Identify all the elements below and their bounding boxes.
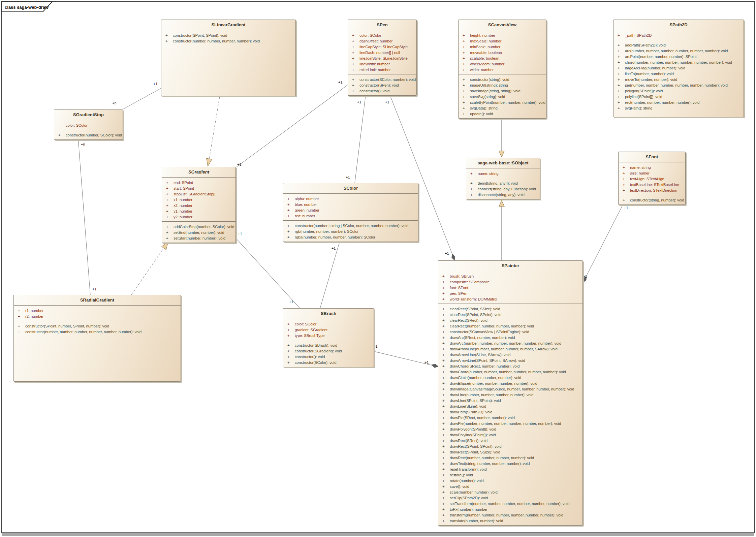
connector-gradient-pen-line[interactable] xyxy=(236,85,348,167)
method-row[interactable]: +setStart(number, number): void xyxy=(162,235,235,241)
attribute-row[interactable]: +color: SColor xyxy=(283,321,373,327)
method-row[interactable]: +drawRect(number, number, number, number… xyxy=(438,455,582,461)
method-row[interactable]: +connect(string, any, Function): void xyxy=(466,186,539,192)
method-row[interactable]: +pie(number, number, number, number, num… xyxy=(613,83,743,88)
attribute-row[interactable]: +minScale: number xyxy=(459,44,545,50)
method-row[interactable]: +drawEllipse(number, number, number, num… xyxy=(438,381,582,386)
connector-radialgradient-gradient-generalization-line[interactable] xyxy=(131,248,164,295)
attribute-row[interactable]: +maxScale: number xyxy=(459,38,545,44)
method-row[interactable]: +saveSvg(string): void xyxy=(459,94,545,100)
connector-color-brush-line[interactable] xyxy=(320,242,340,308)
method-row[interactable]: +constructor(string, number): void xyxy=(619,197,685,203)
attribute-row[interactable]: +size: numer xyxy=(619,170,685,176)
attribute-row[interactable]: +r1: number xyxy=(14,308,180,314)
method-row[interactable]: +drawLine(SLine): void xyxy=(438,404,582,409)
method-row[interactable]: +largeArcFlag(number, number): void xyxy=(613,65,743,71)
attribute-row[interactable]: +pen: SPen xyxy=(438,291,582,296)
connector-gradientstop-radialgradient-line[interactable] xyxy=(78,138,90,295)
method-row[interactable]: +constructor(SCanvasView | SPaintEngine)… xyxy=(438,329,582,335)
method-row[interactable]: +drawPie(number, number, number, number,… xyxy=(438,421,582,427)
attribute-row[interactable]: +end: SPoint xyxy=(162,180,235,186)
method-row[interactable]: +drawImage(CanvasImageSource, number, nu… xyxy=(438,386,582,392)
method-row[interactable]: +constructor(): void xyxy=(348,88,416,94)
attribute-row[interactable]: +start: SPoint xyxy=(162,186,235,191)
attribute-row[interactable]: -color: SColor xyxy=(54,123,122,128)
method-row[interactable]: +addColorStop(number, SColor): void xyxy=(162,224,235,230)
method-row[interactable]: +scaleByPoint(number, number, number): v… xyxy=(459,100,545,105)
method-row[interactable]: +lineTo(number, number): void xyxy=(613,71,743,77)
attribute-row[interactable]: +name: string xyxy=(619,165,685,170)
method-row[interactable]: +svgData(): string xyxy=(459,105,545,111)
method-row[interactable]: +drawRect(SPoint, SSize): void xyxy=(438,449,582,455)
method-row[interactable]: +drawPath(SPath2D): void xyxy=(438,409,582,415)
attribute-row[interactable]: +wheelZoom: number xyxy=(459,61,545,67)
method-row[interactable]: +drawArrowLine(number, number, number, n… xyxy=(438,346,582,352)
attribute-row[interactable]: +lineDash: number[] | null xyxy=(348,50,416,56)
method-row[interactable]: +drawLine(SPoint, SPoint): void xyxy=(438,398,582,404)
method-row[interactable]: +constructor(SColor, number): void xyxy=(348,77,416,83)
method-row[interactable]: +translate(number, number): void xyxy=(438,518,582,524)
method-row[interactable]: +scale(number, number): void xyxy=(438,489,582,495)
attribute-row[interactable]: +name: string xyxy=(466,171,539,177)
method-row[interactable]: +clearRect(SPoint, SPoint): void xyxy=(438,312,582,318)
attribute-row[interactable]: +miterLimit: number xyxy=(348,67,416,73)
class-box-sobject[interactable]: saga-web-base::SObject+name: string+$emi… xyxy=(466,158,540,199)
attribute-row[interactable]: +width: number xyxy=(459,67,545,73)
connector-brush-painter-composition-line[interactable] xyxy=(374,351,432,365)
class-box-spen[interactable]: SPen+color: SColor+dashOffset: number+li… xyxy=(348,20,417,96)
connector-gradientstop-lineargradient-line[interactable] xyxy=(123,88,161,109)
method-row[interactable]: +chord(number, number, number, number, n… xyxy=(613,60,743,65)
method-row[interactable]: +drawArc(number, number, number, number,… xyxy=(438,341,582,346)
attribute-row[interactable]: +x1: number xyxy=(162,197,235,203)
method-row[interactable]: +drawArc(SRect, number, number): void xyxy=(438,335,582,341)
attribute-row[interactable]: +height: number xyxy=(459,33,545,38)
method-row[interactable]: +constructor(SPen): void xyxy=(348,83,416,88)
method-row[interactable]: +drawPolyline(SPoint[]): void xyxy=(438,432,582,438)
method-row[interactable]: +constructor(SPoint, number, SPoint, num… xyxy=(14,323,180,329)
method-row[interactable]: +polyline(SPoint[]): void xyxy=(613,94,743,100)
method-row[interactable]: +setEnd(number, number): void xyxy=(162,230,235,235)
method-row[interactable]: +constructor(SColor): void xyxy=(283,360,373,366)
class-box-sgradientstop[interactable]: SGradientStop-color: SColor+constructor(… xyxy=(54,109,123,140)
method-row[interactable]: +constructor(number, number, number, num… xyxy=(14,329,180,335)
attribute-row[interactable]: +stopList: SGradientStop[] xyxy=(162,191,235,197)
method-row[interactable]: +polygon(SPoint[]): void xyxy=(613,88,743,94)
method-row[interactable]: +arcPoint(number, number, number): SPoin… xyxy=(613,54,743,60)
method-row[interactable]: +drawCircle(number, number, number): voi… xyxy=(438,375,582,381)
class-box-scanvasview[interactable]: SCanvasView+height: number+maxScale: num… xyxy=(458,20,546,119)
class-box-sbrush[interactable]: SBrush+color: SColor+gradient: SGradient… xyxy=(283,308,374,367)
method-row[interactable]: +drawPolygon(SPoint[]): void xyxy=(438,427,582,432)
attribute-row[interactable]: +scalable: boolean xyxy=(459,56,545,61)
attribute-row[interactable]: +r2: number xyxy=(14,314,180,319)
attribute-row[interactable]: +green: number xyxy=(283,208,417,213)
attribute-row[interactable]: +font: SFont xyxy=(438,285,582,291)
method-row[interactable]: +drawArrowLine(SPoint, SPoint, SArrow): … xyxy=(438,358,582,364)
attribute-row[interactable]: +_path: SPath2D xyxy=(613,33,743,38)
method-row[interactable]: +rotate(number): void xyxy=(438,478,582,484)
method-row[interactable]: +saveImage(string, string): void xyxy=(459,88,545,94)
attribute-row[interactable]: +color: SColor xyxy=(348,33,416,38)
method-row[interactable]: +rect(number, number, number, number): v… xyxy=(613,100,743,105)
connector-font-painter-composition-line[interactable] xyxy=(586,204,623,276)
method-row[interactable]: +transform(number, number, number, numbe… xyxy=(438,512,582,518)
method-row[interactable]: +drawRect(SPoint, SPoint): void xyxy=(438,444,582,449)
class-box-spainter[interactable]: SPainter+brush: SBrush+composite: SCompo… xyxy=(438,260,583,526)
method-row[interactable]: +drawArrowLine(SLine, SArrow): void xyxy=(438,352,582,358)
attribute-row[interactable]: +type: SBrushType xyxy=(283,333,373,339)
method-row[interactable]: +rgb(number, number, number): SColor xyxy=(283,229,417,234)
attribute-row[interactable]: +lineJoinStyle: SLineJoinStyle xyxy=(348,56,416,61)
method-row[interactable]: +resetTransform(): void xyxy=(438,467,582,472)
connector-gradient-brush-line[interactable] xyxy=(236,238,300,308)
method-row[interactable]: +drawText(string, number, number, number… xyxy=(438,461,582,467)
method-row[interactable]: +constructor(number, SColor): void xyxy=(54,132,122,138)
attribute-row[interactable]: +composite: SComposite xyxy=(438,279,582,285)
class-box-scolor[interactable]: SColor+alpha: number+blue: number+green:… xyxy=(283,183,418,242)
method-row[interactable]: +save(): void xyxy=(438,484,582,489)
method-row[interactable]: +constructor(SBrush): void xyxy=(283,343,373,348)
method-row[interactable]: +drawChord(number, number, number, numbe… xyxy=(438,369,582,375)
method-row[interactable]: +constructor(string): void xyxy=(459,77,545,83)
attribute-row[interactable]: +lineWidth: number xyxy=(348,61,416,67)
method-row[interactable]: +disconnect(string, any): void xyxy=(466,192,539,198)
method-row[interactable]: +toPx(number): number xyxy=(438,507,582,512)
method-row[interactable]: +moveTo(number, number): void xyxy=(613,77,743,83)
